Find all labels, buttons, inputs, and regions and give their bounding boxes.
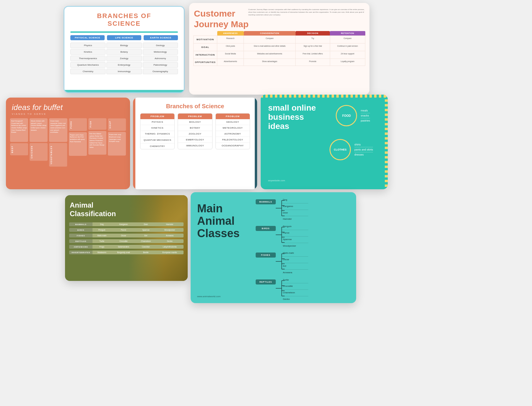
card-animal-classification: AnimalClassification MAMMALS Dog Kangaro…	[65, 195, 188, 281]
clothes-item-0: shirts	[354, 142, 373, 147]
animal-item: Hamster	[282, 216, 308, 221]
animal-item: Dog	[282, 198, 308, 203]
animal-cell: Chameleon	[136, 239, 156, 243]
card-buffet: ideas for buffet VIANDS TO SERVE Beef St…	[6, 98, 130, 189]
animal-item: Arowana	[282, 270, 308, 275]
dash-right	[385, 95, 388, 189]
birds-label: BIRDS	[256, 226, 276, 231]
card1-col-headers: PHYSICAL SCIENCE LIFE SCIENCE EARTH SCIE…	[64, 35, 184, 43]
col-item: IMMUNOLOGY	[178, 143, 212, 148]
grid-cell: Biology	[106, 43, 142, 48]
cjm-cell: Free trial. Limited offers	[296, 51, 330, 59]
buffet-label-fish: FISH	[88, 118, 106, 130]
animal-cell: Frogs	[93, 245, 111, 249]
animal-cell: Parrot	[111, 228, 136, 232]
row-label-goal: GOAL	[194, 43, 217, 51]
buffet-cell-chicken-top: Sliced chicken with spinach Lemon chicke…	[30, 118, 48, 142]
grid-cell: Physics	[70, 43, 106, 48]
animal-item: Mahi-mahi	[282, 251, 308, 257]
col-block-2: PROBLEM GEOLOGY METEOROLOGY ASTRONOMY PA…	[215, 113, 250, 149]
cjm-cell: Loyalty program	[330, 59, 365, 66]
col-item: OCEANOGRAPHY	[216, 143, 250, 148]
col-item: ZOOLOGY	[178, 131, 212, 137]
animal-cell: Arowana	[156, 234, 184, 237]
row-label-mammals: MAMMALS	[69, 222, 93, 226]
grid-cell: Immunology	[106, 69, 142, 74]
animal-cell: Sparrow	[136, 228, 156, 232]
row-label-reptiles: REPTILES	[69, 239, 93, 243]
card1-grid: Physics Biology Geology Kinetics Botany …	[64, 43, 184, 77]
card-business-ideas: small online business ideas anywebsite.c…	[261, 95, 388, 189]
animal-cell: Dog	[93, 222, 111, 226]
grid-cell: Paleontology	[143, 62, 178, 68]
row-label-fishes: FISHES	[69, 234, 93, 237]
fishes-items: Mahi-mahi Oscar Eel Arowana	[282, 251, 308, 274]
classification-table: MAMMALS Dog Kangaroo Deer Hamster BIRDS …	[69, 222, 184, 277]
cjm-cell: Compare	[330, 36, 365, 43]
cjm-cell: Show advantages	[244, 59, 296, 66]
cjm-cell: Give e-mail address and other details	[244, 43, 296, 51]
fishes-label: FISHES	[256, 253, 276, 258]
animal-cell: Hamster	[156, 222, 184, 226]
th-retention: RETENTION	[330, 31, 365, 36]
animal-cell: Mealworm	[93, 250, 111, 254]
col-item: METEOROLOGY	[216, 125, 250, 131]
animal-cell: Kangaroo	[111, 222, 136, 226]
buffet-label-chicken: CHICKEN	[30, 143, 48, 161]
fishes-row: FISHES Mahi-mahi Oscar Eel Arowana	[256, 251, 350, 274]
buffet-cell-veg-top: Green bean casserole Celery root salad E…	[49, 118, 67, 142]
reptiles-row: REPTILES Turtle Crocodile Chameleon Geck…	[256, 278, 350, 301]
animal-item: Gecko	[282, 296, 308, 301]
col-hdr-1: PROBLEM	[178, 114, 212, 119]
mammals-row: MAMMALS Dog Kangaroo Deer Hamster	[256, 198, 350, 221]
branch-svg	[276, 278, 282, 298]
col-hdr-2: PROBLEM	[216, 114, 250, 119]
row-label-birds: BIRDS	[69, 228, 93, 232]
grid-cell: Zoology	[106, 56, 142, 61]
col-block-1: PROBLEM BIOLOGY BOTANY ZOOLOGY EMBRYOLOG…	[178, 113, 212, 149]
branch-svg	[276, 251, 282, 271]
col-header-earth: EARTH SCIENCE	[144, 35, 178, 40]
animal-cell: Woodpecker	[156, 228, 184, 232]
cjm-cell: Social Media	[217, 51, 244, 59]
cjm-cell: Research	[217, 36, 244, 43]
animal-cell: European mantis	[156, 250, 184, 254]
mammals-label: MAMMALS	[256, 199, 276, 204]
buffet-grid: Beef Stroganoff Crowd beef with barbecue…	[6, 118, 130, 171]
animal-item: Chameleon	[282, 290, 308, 296]
clothes-circle: CLOTHES	[330, 139, 351, 160]
animal-cell: Labyrinthodonta	[156, 245, 184, 249]
col-item: THERMO- DYNAMICS	[140, 131, 174, 137]
clothes-category: CLOTHES shirts pants and skirts dresses	[330, 139, 373, 160]
cjm-table: AWARENESS CONSIDERATION DECISION RETENTI…	[193, 31, 365, 90]
card4-cols: PROBLEM PHYSICS KINETICS THERMO- DYNAMIC…	[133, 113, 257, 154]
grid-cell: Oceanography	[143, 69, 178, 74]
animal-cell: Penguin	[93, 228, 111, 232]
animal-website: www.animalworld.com	[197, 295, 220, 298]
buffet-cell-fish-bot: Fish fries Baked salmon Butter fish Parm…	[88, 131, 106, 155]
left-accent	[133, 98, 135, 189]
animal-cell: Beetle	[136, 250, 156, 254]
cjm-cell: Websites and advertisements	[244, 51, 296, 59]
grid-cell: Geology	[143, 43, 178, 48]
business-website: anywebsite.com	[268, 179, 285, 182]
animal-cell: Salamanders	[111, 245, 136, 249]
cjm-cell: Continue in paid version	[330, 43, 365, 51]
row-label-motivation: MOTIVATION	[194, 36, 217, 43]
reptiles-items: Turtle Crocodile Chameleon Gecko	[282, 278, 308, 301]
grid-cell: Chemistry	[70, 69, 106, 74]
row-label-interaction: INTERACTION	[194, 51, 217, 59]
animal-item: Eel	[282, 263, 308, 270]
buffet-cell-pork-bot: Pepper pork chops Barbecue ribs Pork ten…	[69, 132, 87, 156]
col-item: GEOLOGY	[216, 119, 250, 125]
clothes-items: shirts pants and skirts dresses	[354, 142, 373, 157]
card-customer-journey: Customer Journey Map Customer Journey Ma…	[189, 3, 369, 95]
th-decision: DECISION	[296, 31, 330, 36]
card1-bottom-bar	[64, 90, 184, 92]
col-hdr-0: PROBLEM	[140, 114, 174, 119]
cjm-cell: Advertisements	[217, 59, 244, 66]
animal-cell: Oscar	[111, 234, 136, 237]
animal-cell: Burgundy snail	[111, 250, 136, 254]
branch-svg	[276, 225, 282, 245]
animal-item: Oscar	[282, 257, 308, 263]
